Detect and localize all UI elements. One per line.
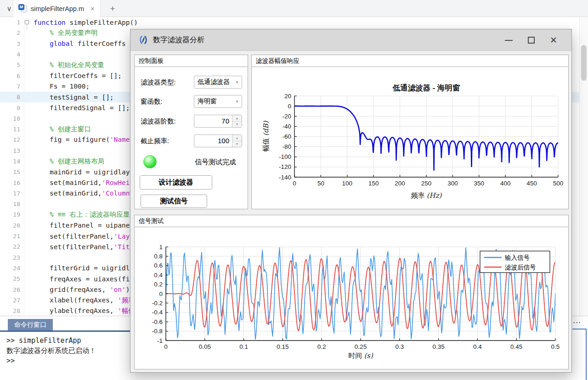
command-output-line: >> [6,356,96,366]
line-number: 10 [0,115,20,122]
svg-text:50: 50 [317,180,324,187]
line-number: 3 [0,40,20,47]
collapse-chevron-icon[interactable]: ∨ [4,3,15,14]
svg-text:0.45: 0.45 [510,343,522,350]
code-line: 1function simpleFilterApp() [0,17,579,28]
svg-text:0: 0 [288,103,291,110]
svg-text:-40: -40 [282,123,291,130]
minimize-button[interactable] [503,35,514,45]
line-number: 23 [0,254,20,261]
svg-text:0.05: 0.05 [199,343,211,350]
new-tab-button[interactable]: + [107,3,119,15]
svg-text:450: 450 [526,180,537,187]
command-window-output[interactable]: >> simpleFilterApp数字滤波器分析系统已启动！>> [6,335,96,366]
tab-close-icon[interactable]: × [90,5,95,12]
line-number: 15 [0,168,20,175]
line-number: 1 [0,19,20,26]
svg-text:时间 (s): 时间 (s) [348,352,373,360]
line-number: 13 [0,147,20,154]
svg-text:0.4: 0.4 [154,272,163,279]
svg-text:350: 350 [474,180,485,187]
svg-text:-140: -140 [279,174,291,181]
svg-text:幅值 (dB): 幅值 (dB) [262,121,270,152]
svg-text:1: 1 [159,244,163,251]
svg-text:0.15: 0.15 [277,343,288,350]
svg-text:400: 400 [500,180,511,187]
filter-order-spinner[interactable]: 70 ▲ ▼ [194,115,242,128]
line-number: 8 [0,94,20,101]
line-number: 2 [0,29,20,36]
editor-scrollbar[interactable] [579,17,588,316]
spin-up-button[interactable]: ▲ [232,135,242,141]
command-window-tab[interactable]: 命令行窗口 [8,319,53,331]
svg-text:-0.8: -0.8 [152,328,163,335]
fold-marker-icon[interactable] [25,20,29,24]
window-function-label: 窗函数: [141,95,163,108]
matlab-ide-screen: ∨ M simpleFilterApp.m × + 1function simp… [0,0,588,380]
signal-test-chart: 00.050.10.150.20.250.30.350.40.450.510.8… [135,228,568,369]
line-number: 24 [0,265,20,272]
cutoff-freq-spinner[interactable]: 100 ▲ ▼ [194,134,242,147]
magnitude-response-panel-title: 滤波器幅值响应 [252,55,568,67]
line-number: 18 [0,201,20,207]
control-panel-title: 控制面板 [135,55,248,67]
gutter-separator [24,17,24,316]
design-filter-button[interactable]: 设计滤波器 [140,175,212,190]
control-panel: 控制面板 滤波器类型: 低通滤波器 ▼ 窗函数: 海明窗 ▼ [134,55,248,209]
svg-text:-80: -80 [282,143,291,150]
svg-text:0.5: 0.5 [551,343,560,350]
svg-text:-1: -1 [157,337,163,344]
editor-tab-simplefilterapp[interactable]: M simpleFilterApp.m × [14,0,101,17]
svg-text:低通滤波器 - 海明窗: 低通滤波器 - 海明窗 [392,84,460,92]
line-number: 12 [0,136,20,143]
line-number: 5 [0,61,20,68]
close-button[interactable]: ✕ [548,35,559,45]
spin-up-button[interactable]: ▲ [232,115,242,121]
line-number: 17 [0,190,20,197]
line-number: 19 [0,211,20,218]
test-signal-button[interactable]: 测试信号 [141,195,207,208]
cutoff-freq-label: 截止频率: [141,134,169,147]
filter-order-label: 滤波器阶数: [141,115,176,128]
dialog-titlebar[interactable]: 数字滤波器分析 ✕ [130,29,571,51]
line-number: 25 [0,275,20,282]
svg-text:0.6: 0.6 [154,262,163,269]
spin-down-button[interactable]: ▼ [232,121,242,128]
tab-title: simpleFilterApp.m [31,5,84,12]
command-output-line: >> simpleFilterApp [6,335,96,346]
status-lamp-icon [143,155,157,168]
svg-text:-20: -20 [282,113,291,120]
filter-type-dropdown[interactable]: 低通滤波器 ▼ [194,76,242,89]
window-function-dropdown[interactable]: 海明窗 ▼ [194,95,242,108]
maximize-button[interactable] [526,35,536,45]
filter-type-label: 滤波器类型: [141,76,176,89]
spin-down-button[interactable]: ▼ [232,141,242,147]
svg-text:20: 20 [284,93,291,100]
svg-text:0.1: 0.1 [239,343,248,350]
dialog-title: 数字滤波器分析 [153,35,204,45]
svg-text:0.2: 0.2 [154,281,163,288]
svg-text:输入信号: 输入信号 [504,254,530,261]
svg-text:滤波后信号: 滤波后信号 [505,264,536,271]
line-number: 28 [0,307,20,314]
digital-filter-dialog: 数字滤波器分析 ✕ 控制面板 滤波器类型: 低通滤波器 ▼ 窗函数: [130,29,572,373]
svg-text:0.2: 0.2 [317,343,326,350]
svg-text:0: 0 [164,343,168,350]
line-number: 22 [0,243,20,250]
line-number: 11 [0,126,20,133]
svg-text:0.25: 0.25 [355,343,367,350]
chevron-down-icon: ▼ [235,100,242,104]
matlab-file-icon: M [18,4,27,13]
svg-text:0: 0 [159,291,163,297]
command-output-line: 数字滤波器分析系统已启动！ [6,346,96,356]
editor-scrollbar-thumb[interactable] [581,45,587,81]
svg-text:频率 (Hz): 频率 (Hz) [411,191,442,200]
command-window-tab-underline [0,330,130,332]
legend: 输入信号滤波后信号 [480,251,550,273]
app-icon [138,35,148,45]
svg-text:0.8: 0.8 [154,253,163,260]
line-number: 21 [0,233,20,240]
svg-text:250: 250 [421,180,432,187]
line-number: 7 [0,83,20,90]
chevron-down-icon: ▼ [235,80,242,84]
